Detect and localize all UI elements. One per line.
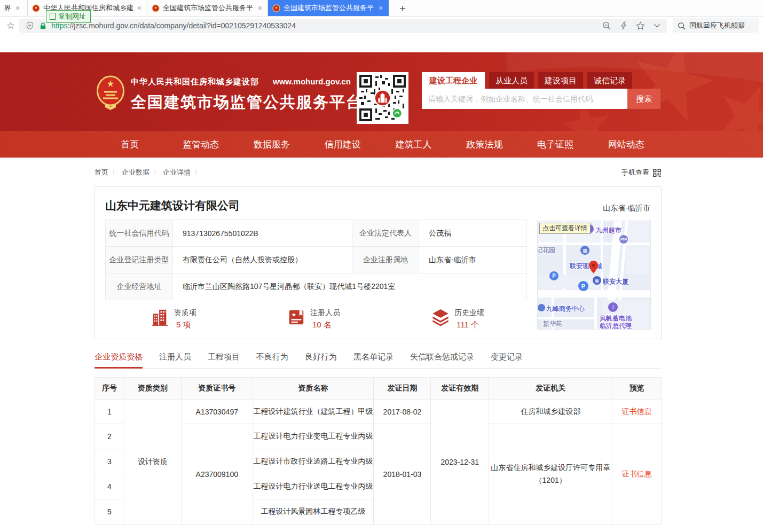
certificate-info-link[interactable]: 证书信息 — [622, 470, 652, 478]
shield-permission-icon[interactable] — [26, 21, 34, 30]
table-row: 1 设计资质 A137030497 工程设计建筑行业（建筑工程）甲级 2017-… — [95, 400, 662, 424]
browser-url-bar: ☆ https://jzsc.mohurd.gov.cn/data/compan… — [0, 17, 763, 35]
building-icon — [151, 308, 169, 326]
company-name: 山东中元建筑设计有限公司 — [105, 198, 240, 213]
ministry-line: 中华人民共和国住房和城乡建设部www.mohurd.gov.cn — [131, 77, 363, 87]
stat-value[interactable]: 111 个 — [454, 320, 484, 330]
col-validity: 发证有效期 — [431, 378, 489, 400]
company-summary-card: 山东中元建筑设计有限公司 山东省-临沂市 统一社会信用代码 9137130267… — [95, 186, 662, 339]
tab-qualifications[interactable]: 企业资质资格 — [95, 352, 143, 362]
tab-projects[interactable]: 工程项目 — [208, 352, 240, 362]
tab-registered-personnel[interactable]: 注册人员 — [159, 352, 191, 362]
cert-no-cell: A237009100 — [181, 424, 253, 525]
close-icon[interactable]: × — [257, 4, 263, 12]
qualification-table: 序号 资质类别 资质证书号 资质名称 发证日期 发证有效期 发证机关 预览 1 … — [95, 377, 662, 525]
map-label-tower: 联安大厦 — [603, 277, 628, 286]
flash-save-icon[interactable] — [620, 21, 627, 30]
breadcrumb-home[interactable]: 首页 — [95, 168, 108, 177]
parking-marker-icon: P — [549, 271, 559, 280]
nav-home[interactable]: 首页 — [95, 131, 166, 158]
stat-value[interactable]: 10 名 — [310, 320, 340, 330]
col-issue-date: 发证日期 — [374, 378, 431, 400]
keyword-search-input[interactable] — [422, 89, 627, 109]
national-emblem-icon — [96, 75, 125, 110]
tab-blacklist[interactable]: 黑名单记录 — [353, 352, 394, 362]
site-header: 中华人民共和国住房和城乡建设部www.mohurd.gov.cn 全国建筑市场监… — [0, 52, 763, 131]
stat-label: 资质项 — [174, 308, 196, 318]
map-label-garden: 记花园 — [537, 246, 555, 255]
map-tooltip[interactable]: 点击可查看详情 — [539, 223, 591, 234]
nav-credit-building[interactable]: 信用建设 — [307, 131, 378, 158]
tab-change-records[interactable]: 变更记录 — [491, 352, 523, 362]
qualification-name-cell: 工程设计风景园林工程专项乙级 — [253, 499, 374, 525]
cert-no-cell: A137030497 — [181, 400, 253, 424]
seq-cell: 2 — [95, 424, 124, 449]
col-seq: 序号 — [95, 378, 124, 400]
registration-type-value: 有限责任公司（自然人投资或控股） — [173, 247, 352, 273]
close-icon[interactable]: × — [136, 4, 143, 12]
copy-url-tooltip: 复制网址 — [46, 10, 91, 23]
quick-search-box[interactable]: 国航回应飞机颠簸 — [673, 18, 759, 33]
stat-value[interactable]: 5 项 — [174, 320, 196, 330]
col-name: 资质名称 — [253, 378, 374, 400]
search-tab-construction-enterprise[interactable]: 建设工程企业 — [422, 72, 485, 89]
legal-representative-value: 公茂福 — [419, 220, 527, 247]
new-tab-button[interactable]: + — [396, 3, 409, 14]
breadcrumb-company-detail[interactable]: 企业详情 — [163, 168, 191, 177]
qualification-name-cell: 工程设计市政行业道路工程专业丙级 — [253, 449, 374, 474]
browser-tab-jzsc[interactable]: 全国建筑市场监管公共服务平台 × — [147, 0, 268, 16]
close-icon[interactable]: × — [14, 4, 21, 12]
tab-dishonesty-records[interactable]: 失信联合惩戒记录 — [410, 352, 474, 362]
breadcrumb-company-data[interactable]: 企业数据 — [122, 168, 150, 177]
parking-marker-icon: P — [578, 281, 588, 291]
authority-cell: 山东省住房和城乡建设厅许可专用章（1201） — [489, 424, 612, 525]
col-preview: 预览 — [612, 378, 662, 400]
mobile-view-label[interactable]: 手机查看 — [622, 168, 649, 177]
building-marker-icon: ▦ — [580, 246, 589, 255]
stat-label: 注册人员 — [310, 308, 340, 318]
nav-construction-workers[interactable]: 建筑工人 — [378, 131, 449, 158]
business-address-value: 临沂市兰山区陶然路107号星河晶都（联安）现代城1号楼2201室 — [173, 273, 527, 300]
seq-cell: 4 — [95, 474, 124, 499]
tab-title: 全国建筑市场监管公共服务平台 — [284, 3, 374, 13]
nav-supervision-news[interactable]: 监管动态 — [166, 131, 237, 158]
search-tab-practitioners[interactable]: 从业人员 — [489, 72, 534, 89]
search-icon — [678, 22, 686, 30]
favorite-star-icon[interactable] — [636, 21, 645, 30]
address-bar[interactable]: https://jzsc.mohurd.gov.cn/data/company/… — [19, 19, 667, 33]
bookmark-star-icon[interactable]: ☆ — [6, 20, 15, 32]
seq-cell: 5 — [95, 499, 124, 525]
browser-tab-partial[interactable]: 界 × — [0, 0, 28, 16]
close-icon[interactable]: × — [377, 4, 384, 12]
news-query-text: 国航回应飞机颠簸 — [689, 21, 745, 30]
breadcrumb-separator: 〉 — [153, 169, 159, 177]
col-authority: 发证机关 — [489, 378, 612, 400]
map-label-battery-line2: 临沂总代理 — [600, 322, 632, 330]
nav-data-services[interactable]: 数据服务 — [237, 131, 308, 158]
browser-tab-active[interactable]: 全国建筑市场监管公共服务平台 × — [268, 0, 389, 16]
tab-bad-behavior[interactable]: 不良行为 — [256, 352, 288, 362]
location-map[interactable]: ⌂ 九州超市 ATM 记花园 ▦ 联安现代城 ▦ 联安大厦 P P 九峰商务中心… — [537, 221, 651, 330]
seq-cell: 1 — [95, 400, 124, 424]
nav-e-certificates[interactable]: 电子证照 — [520, 131, 591, 158]
search-tab-projects[interactable]: 建设项目 — [538, 72, 583, 89]
info-label: 企业法定代表人 — [352, 220, 419, 247]
detail-tabs: 企业资质资格 注册人员 工程项目 不良行为 良好行为 黑名单记录 失信联合惩戒记… — [95, 352, 662, 369]
browser-tab-strip: 界 × 中华人民共和国住房和城乡建设 × 全国建筑市场监管公共服务平台 × 全国… — [0, 0, 763, 17]
issue-date-cell: 2018-01-03 — [374, 424, 431, 525]
zoom-out-icon[interactable] — [602, 21, 611, 30]
certificate-info-link[interactable]: 证书信息 — [622, 407, 652, 416]
nav-policies[interactable]: 政策法规 — [449, 131, 520, 158]
search-tab-credit-records[interactable]: 诚信记录 — [587, 72, 632, 89]
main-navigation: 首页 监管动态 数据服务 信用建设 建筑工人 政策法规 电子证照 网站动态 — [0, 131, 763, 158]
emblem-favicon-icon — [152, 4, 160, 12]
nav-site-news[interactable]: 网站动态 — [591, 131, 662, 158]
tab-title: 界 — [4, 3, 11, 13]
chevron-down-icon[interactable] — [654, 24, 660, 28]
tab-good-behavior[interactable]: 良好行为 — [305, 352, 337, 362]
search-button[interactable]: 搜索 — [627, 89, 660, 109]
col-cert-no: 资质证书号 — [181, 378, 253, 400]
qr-code-icon[interactable] — [652, 168, 662, 177]
company-region: 山东省-临沂市 — [603, 204, 650, 213]
seq-cell: 3 — [95, 449, 124, 474]
